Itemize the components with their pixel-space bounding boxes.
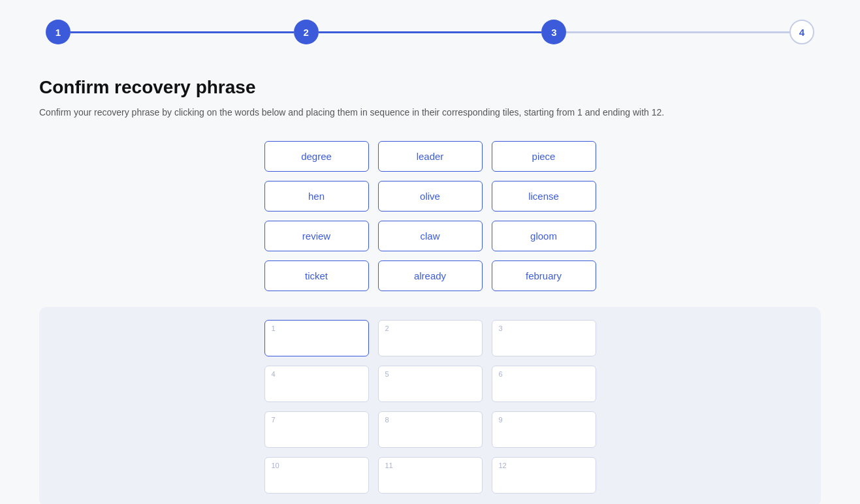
tile-9[interactable]: 9 [492,411,596,448]
tile-number-6: 6 [499,370,589,378]
tile-number-8: 8 [385,416,475,424]
word-button-gloom[interactable]: gloom [492,221,596,251]
step-1: 1 [46,20,71,44]
progress-bar: 1 2 3 4 [39,20,821,44]
tile-8[interactable]: 8 [378,411,483,448]
words-grid: degree leader piece hen olive license re… [39,141,821,291]
tile-number-9: 9 [499,416,589,424]
step-2: 2 [294,20,319,44]
word-button-review[interactable]: review [264,221,369,251]
word-button-already[interactable]: already [378,260,483,291]
tile-10[interactable]: 10 [264,457,369,494]
tile-7[interactable]: 7 [264,411,369,448]
page-wrapper: 1 2 3 4 Confirm recovery phrase Confirm … [0,0,860,504]
word-button-claw[interactable]: claw [378,221,483,251]
tile-1[interactable]: 1 [264,320,369,356]
tile-number-4: 4 [272,370,362,378]
tile-number-3: 3 [499,324,589,332]
word-button-february[interactable]: february [492,260,596,291]
tile-4[interactable]: 4 [264,366,369,402]
tile-number-5: 5 [385,370,475,378]
step-line-1 [71,31,294,33]
tile-number-7: 7 [272,416,362,424]
step-line-3 [566,31,789,33]
word-button-ticket[interactable]: ticket [264,260,369,291]
tile-number-1: 1 [272,324,362,332]
word-button-olive[interactable]: olive [378,181,483,212]
step-4: 4 [789,20,814,44]
tile-12[interactable]: 12 [492,457,596,494]
tile-3[interactable]: 3 [492,320,596,356]
tile-5[interactable]: 5 [378,366,483,402]
tile-number-11: 11 [385,462,475,469]
page-description: Confirm your recovery phrase by clicking… [39,107,821,118]
tile-2[interactable]: 2 [378,320,483,356]
tile-11[interactable]: 11 [378,457,483,494]
word-button-hen[interactable]: hen [264,181,369,212]
step-line-2 [319,31,542,33]
tiles-container: 1 2 3 4 5 6 7 8 9 10 11 [39,307,821,504]
page-title: Confirm recovery phrase [39,77,821,98]
step-3: 3 [541,20,566,44]
word-button-license[interactable]: license [492,181,596,212]
word-button-degree[interactable]: degree [264,141,369,172]
word-button-piece[interactable]: piece [492,141,596,172]
tile-number-10: 10 [272,462,362,469]
word-button-leader[interactable]: leader [378,141,483,172]
tile-number-12: 12 [499,462,589,469]
tile-number-2: 2 [385,324,475,332]
tile-6[interactable]: 6 [492,366,596,402]
